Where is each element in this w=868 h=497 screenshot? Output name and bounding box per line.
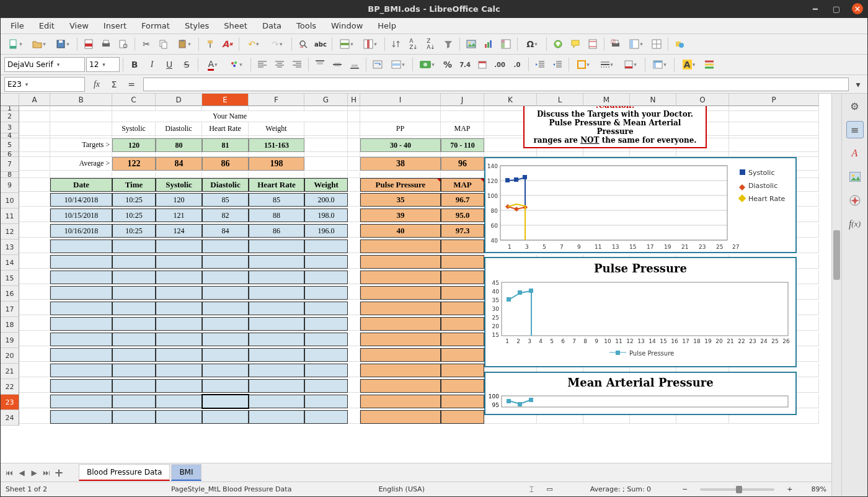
cell[interactable] (348, 172, 360, 178)
cell[interactable] (50, 271, 112, 284)
cell[interactable] (249, 348, 304, 362)
cell[interactable] (249, 106, 304, 111)
comment-button[interactable] (567, 36, 583, 52)
clear-format-button[interactable]: A✖ (219, 36, 236, 52)
cell[interactable]: 84 (156, 157, 202, 171)
autoformat-button[interactable]: ▾ (649, 56, 671, 73)
cell[interactable] (19, 138, 50, 152)
cell[interactable] (202, 395, 249, 408)
cell[interactable] (249, 410, 304, 424)
save-button[interactable]: ▾ (51, 36, 74, 52)
cell[interactable] (304, 379, 348, 393)
cell[interactable] (249, 379, 304, 393)
cell[interactable] (360, 133, 441, 138)
show-draw-button[interactable] (671, 36, 688, 52)
paste-button[interactable]: ▾ (173, 36, 195, 52)
cell[interactable] (360, 106, 441, 111)
cell[interactable]: 10/14/2018 (50, 193, 112, 207)
conditional-button[interactable] (701, 56, 717, 73)
clone-format-button[interactable] (202, 36, 218, 52)
cell[interactable] (441, 302, 484, 315)
valign-top-button[interactable] (312, 56, 328, 73)
bold-button[interactable]: B (126, 56, 143, 73)
cell[interactable] (441, 395, 484, 408)
cell[interactable] (304, 410, 348, 424)
cell[interactable]: 86 (249, 224, 304, 238)
cell[interactable] (360, 255, 441, 269)
cell[interactable] (304, 395, 348, 408)
col-header-E[interactable]: E (202, 94, 249, 106)
dec-indent-button[interactable] (549, 56, 565, 73)
cell[interactable] (19, 271, 50, 284)
cell[interactable]: 198.0 (304, 208, 348, 222)
cell[interactable] (156, 364, 202, 377)
sidebar-styles-icon[interactable]: A (846, 145, 864, 162)
cell[interactable] (112, 379, 156, 393)
cell[interactable] (441, 286, 484, 300)
cell[interactable] (156, 379, 202, 393)
cell[interactable]: 85 (202, 193, 249, 207)
cell[interactable] (19, 395, 50, 408)
cell[interactable]: 200.0 (304, 193, 348, 207)
bg-color-button[interactable]: A▾ (678, 56, 700, 73)
cell[interactable]: 38 (360, 157, 441, 171)
cell[interactable] (729, 133, 819, 138)
cell[interactable] (156, 106, 202, 111)
border-style-button[interactable]: ▾ (596, 56, 618, 73)
cell[interactable] (360, 286, 441, 300)
cell[interactable]: 35 (360, 193, 441, 207)
cell[interactable] (729, 106, 819, 111)
cell[interactable] (348, 224, 360, 238)
cell[interactable] (112, 364, 156, 377)
split-window-button[interactable] (649, 36, 665, 52)
cell[interactable] (19, 193, 50, 207)
cell[interactable] (50, 395, 112, 408)
cell[interactable]: 88 (249, 208, 304, 222)
cell[interactable] (19, 106, 50, 111)
row-header[interactable]: 9 (1, 178, 19, 193)
cell[interactable]: 82 (202, 208, 249, 222)
cell[interactable]: 70 - 110 (441, 138, 484, 152)
zoom-slider[interactable] (700, 488, 774, 491)
cell[interactable] (112, 286, 156, 300)
inc-indent-button[interactable] (532, 56, 548, 73)
sidebar-properties-icon[interactable]: ≡ (846, 121, 864, 138)
menu-window[interactable]: Window (325, 19, 369, 32)
row-header[interactable]: 20 (1, 348, 19, 364)
insert-image-button[interactable] (463, 36, 479, 52)
cell[interactable] (348, 193, 360, 207)
cell[interactable] (50, 364, 112, 377)
cell[interactable]: 81 (202, 138, 249, 152)
cell[interactable] (202, 172, 249, 178)
cell[interactable] (202, 133, 249, 138)
sort-button[interactable] (388, 36, 404, 52)
cell[interactable] (112, 240, 156, 253)
status-insert-mode-icon[interactable]: ⌶ (529, 485, 534, 493)
row-header[interactable]: 15 (1, 271, 19, 286)
cell[interactable] (50, 111, 112, 122)
cell[interactable] (304, 271, 348, 284)
sidebar-gallery-icon[interactable] (846, 168, 864, 186)
cell[interactable] (19, 133, 50, 138)
menu-format[interactable]: Format (135, 19, 176, 32)
cell[interactable] (441, 410, 484, 424)
cell[interactable] (249, 364, 304, 377)
row-header[interactable]: 11 (1, 208, 19, 224)
col-header-J[interactable]: J (441, 94, 484, 106)
cell[interactable] (441, 364, 484, 377)
cell[interactable] (19, 333, 50, 346)
name-box[interactable]: E23▾ (4, 77, 85, 92)
cell[interactable]: Diastolic (202, 178, 249, 192)
cell[interactable] (304, 286, 348, 300)
row-header[interactable]: 7 (1, 157, 19, 172)
new-doc-button[interactable]: ▾ (4, 36, 27, 52)
valign-middle-button[interactable] (329, 56, 345, 73)
cell[interactable] (360, 302, 441, 315)
cell[interactable] (441, 271, 484, 284)
chart-vitals[interactable]: 140 120 100 80 60 40 (484, 157, 797, 253)
cell[interactable] (348, 395, 360, 408)
del-decimal-button[interactable]: .0 (509, 56, 525, 73)
function-wizard-button[interactable]: fx (89, 76, 105, 92)
spellcheck-button[interactable]: abc (312, 36, 329, 52)
cell[interactable] (304, 133, 348, 138)
